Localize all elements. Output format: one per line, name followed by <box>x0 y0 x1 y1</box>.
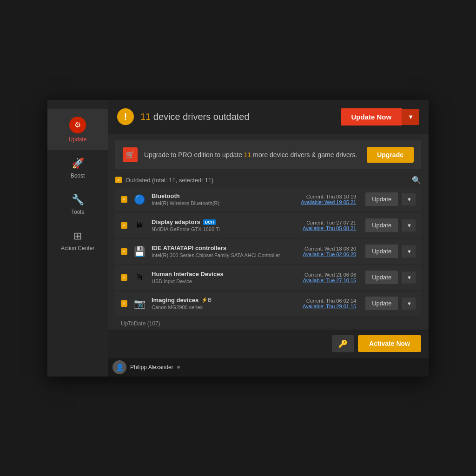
driver-checkbox-imaging[interactable]: ✓ <box>121 300 127 307</box>
sidebar-item-tools-label: Tools <box>71 209 84 215</box>
driver-available-hid[interactable]: Available: Tue 27 10 15 <box>303 278 356 283</box>
upgrade-left: 🛒 Upgrade to PRO edition to update 11 mo… <box>123 147 357 162</box>
update-icon-circle: ⚙ <box>69 117 86 133</box>
driver-versions-ide: Current: Wed 18 03 20 Available: Tue 02 … <box>303 246 356 257</box>
driver-item-bluetooth: ✓ 🔵 Bluetooth Intel(R) Wireless Bluetoot… <box>115 187 421 212</box>
driver-sub-hid: USB Input Device <box>152 278 298 284</box>
driver-versions-hid: Current: Wed 21 06 06 Available: Tue 27 … <box>303 272 356 283</box>
select-all-checkbox[interactable]: ✓ <box>115 177 122 183</box>
sidebar-item-action-center[interactable]: ⊞ Action Center <box>47 223 108 259</box>
driver-item-ide: ✓ 💾 IDE ATA/ATAPI controllers Intel(R) 3… <box>115 239 421 264</box>
driver-sub-imaging: Canon MG2900 series <box>152 304 298 310</box>
driver-list: ✓ 🔵 Bluetooth Intel(R) Wireless Bluetoot… <box>108 187 429 330</box>
driver-available-ide[interactable]: Available: Tue 02 06 20 <box>303 251 356 257</box>
chevron-down-icon: ▼ <box>408 113 414 120</box>
driver-current-display: Current: Tue 27 07 21 <box>303 220 356 225</box>
driver-versions-display: Current: Tue 27 07 21 Available: Thu 05 … <box>303 220 356 231</box>
ide-icon: 💾 <box>132 244 147 259</box>
action-center-icon: ⊞ <box>73 230 82 242</box>
header-title-highlight: outdated <box>213 112 250 122</box>
sidebar-item-action-center-label: Action Center <box>61 245 95 251</box>
driver-info-bluetooth: Bluetooth Intel(R) Wireless Bluetooth(R) <box>152 192 296 206</box>
driver-current-bluetooth: Current: Thu 03 10 19 <box>301 194 356 199</box>
driver-sub-ide: Intel(R) 300 Series Chipset Family SATA … <box>152 252 298 258</box>
uptodate-label: UpToDate (107) <box>121 320 160 327</box>
display-icon: 🖥 <box>132 218 147 233</box>
warning-icon: ! <box>117 108 134 125</box>
user-avatar: 👤 <box>112 360 126 374</box>
filters-row: ✓ Outdated (total: 11, selected: 11) 🔍 <box>108 173 429 187</box>
driver-name-hid: Human Interface Devices <box>152 271 298 278</box>
driver-checkbox-ide[interactable]: ✓ <box>121 248 127 255</box>
update-button-imaging[interactable]: Update <box>365 297 398 310</box>
search-icon[interactable]: 🔍 <box>412 176 421 185</box>
filters-label: Outdated (total: 11, selected: 11) <box>126 177 213 184</box>
upgrade-banner: 🛒 Upgrade to PRO edition to update 11 mo… <box>115 140 421 169</box>
update-button-display[interactable]: Update <box>365 218 398 232</box>
driver-info-hid: Human Interface Devices USB Input Device <box>152 271 298 284</box>
update-now-dropdown[interactable]: ▼ <box>402 109 419 125</box>
sidebar-item-tools[interactable]: 🔧 Tools <box>47 186 108 223</box>
app-window: ⚙ Update 🚀 Boost 🔧 Tools ⊞ Action Center… <box>47 100 429 377</box>
hid-icon: 🖱 <box>132 270 147 285</box>
imaging-speed-icon: ⚡B <box>201 297 212 303</box>
main-content: ! 11 device drivers outdated Update Now … <box>108 100 429 377</box>
update-dropdown-bluetooth[interactable]: ▼ <box>403 193 416 205</box>
driver-info-imaging: Imaging devices ⚡B Canon MG2900 series <box>152 297 298 310</box>
driver-item-display: ✓ 🖥 Display adaptors DCH NVIDIA GeForce … <box>115 213 421 238</box>
key-icon: 🔑 <box>338 340 348 348</box>
uptodate-row: UpToDate (107) <box>115 317 421 330</box>
sidebar-item-boost[interactable]: 🚀 Boost <box>47 150 108 186</box>
footer-bar: 🔑 Activate Now <box>108 330 429 358</box>
driver-current-ide: Current: Wed 18 03 20 <box>303 246 356 251</box>
driver-current-imaging: Current: Thu 06 02 14 <box>303 298 356 304</box>
driver-info-display: Display adaptors DCH NVIDIA GeForce GTX … <box>152 218 298 232</box>
update-dropdown-ide[interactable]: ▼ <box>403 245 416 258</box>
outdated-count: 11 <box>140 112 151 122</box>
update-button-ide[interactable]: Update <box>365 245 398 258</box>
tools-icon: 🔧 <box>72 194 84 206</box>
header-left: ! 11 device drivers outdated <box>117 108 250 125</box>
upgrade-text: Upgrade to PRO edition to update 11 more… <box>144 151 357 159</box>
driver-item-imaging: ✓ 📷 Imaging devices ⚡B Canon MG2900 seri… <box>115 291 421 316</box>
header-bar: ! 11 device drivers outdated Update Now … <box>108 100 429 134</box>
driver-current-hid: Current: Wed 21 06 06 <box>303 272 356 278</box>
taskbar-dot <box>177 366 180 369</box>
driver-checkbox-bluetooth[interactable]: ✓ <box>121 196 127 203</box>
driver-name-display: Display adaptors DCH <box>152 218 298 225</box>
header-title-text: device drivers <box>153 112 213 122</box>
boost-icon: 🚀 <box>72 158 84 170</box>
upgrade-button[interactable]: Upgrade <box>367 147 414 163</box>
sidebar-item-update-label: Update <box>69 136 87 143</box>
sidebar: ⚙ Update 🚀 Boost 🔧 Tools ⊞ Action Center <box>47 100 108 377</box>
update-dropdown-hid[interactable]: ▼ <box>403 271 416 284</box>
driver-available-imaging[interactable]: Available: Thu 29 01 15 <box>303 304 356 309</box>
driver-name-ide: IDE ATA/ATAPI controllers <box>152 245 298 251</box>
driver-sub-bluetooth: Intel(R) Wireless Bluetooth(R) <box>152 200 296 206</box>
driver-versions-bluetooth: Current: Thu 03 10 19 Available: Wed 19 … <box>301 194 356 205</box>
update-now-button[interactable]: Update Now <box>341 108 402 126</box>
header-title: 11 device drivers outdated <box>140 112 250 122</box>
driver-available-bluetooth[interactable]: Available: Wed 19 05 21 <box>301 199 356 205</box>
update-dropdown-display[interactable]: ▼ <box>403 219 416 231</box>
user-name: Philipp Alexander <box>130 364 173 370</box>
activate-now-button[interactable]: Activate Now <box>358 335 421 352</box>
cart-icon: 🛒 <box>123 147 138 162</box>
sidebar-item-update[interactable]: ⚙ Update <box>47 109 108 150</box>
driver-item-hid: ✓ 🖱 Human Interface Devices USB Input De… <box>115 265 421 290</box>
driver-available-display[interactable]: Available: Thu 05 08 21 <box>303 225 356 231</box>
header-right: Update Now ▼ <box>341 108 419 126</box>
update-icon: ⚙ <box>74 120 81 129</box>
driver-name-imaging: Imaging devices ⚡B <box>152 297 298 304</box>
driver-checkbox-hid[interactable]: ✓ <box>121 274 127 281</box>
sidebar-item-boost-label: Boost <box>71 172 85 179</box>
key-button[interactable]: 🔑 <box>332 335 354 352</box>
imaging-icon: 📷 <box>132 296 147 311</box>
update-button-hid[interactable]: Update <box>365 271 398 284</box>
driver-checkbox-display[interactable]: ✓ <box>121 222 127 229</box>
update-button-bluetooth[interactable]: Update <box>365 192 398 206</box>
update-dropdown-imaging[interactable]: ▼ <box>403 298 416 310</box>
driver-versions-imaging: Current: Thu 06 02 14 Available: Thu 29 … <box>303 298 356 309</box>
taskbar-strip: 👤 Philipp Alexander <box>108 358 429 377</box>
driver-info-ide: IDE ATA/ATAPI controllers Intel(R) 300 S… <box>152 245 298 258</box>
